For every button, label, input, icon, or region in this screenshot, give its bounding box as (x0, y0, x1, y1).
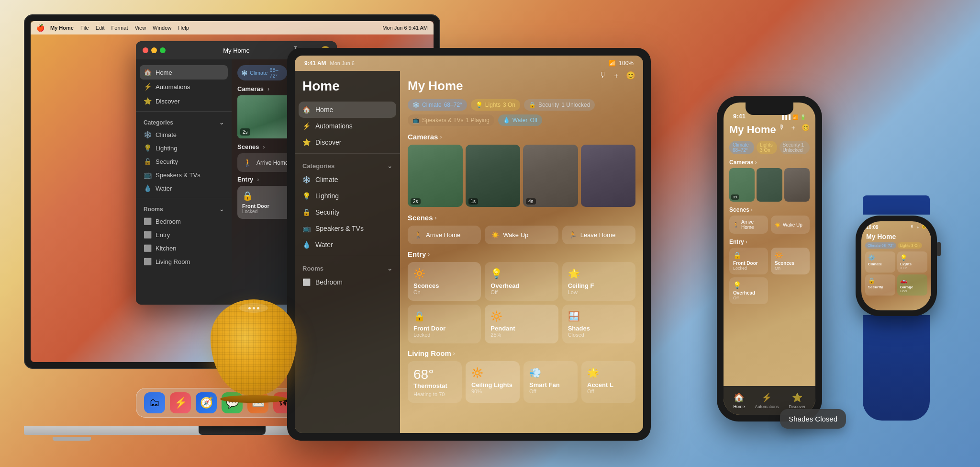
ipad-overhead-card[interactable]: 💡 Overhead Off (485, 262, 558, 301)
dock-finder[interactable]: 🗂 (144, 392, 165, 413)
ipad-sidebar-climate[interactable]: ❄️ Climate (295, 171, 400, 188)
iphone-siri-icon[interactable]: 🎙 (779, 124, 785, 132)
sidebar-item-kitchen[interactable]: ⬜ Kitchen (136, 241, 232, 255)
watch-card-lights[interactable]: 💡 Lights 3 On (897, 251, 927, 273)
ipad-sidebar-bedroom[interactable]: ⬜ Bedroom (295, 274, 400, 290)
watch-lights-chip[interactable]: Lights 3 On (898, 242, 922, 249)
iph-lights-chip[interactable]: Lights 3 On (757, 141, 777, 154)
menu-format[interactable]: Format (111, 25, 128, 31)
ipad-thermostat-card[interactable]: 68° Thermostat Heating to 70 (408, 361, 462, 403)
menu-file[interactable]: File (80, 25, 89, 31)
menu-window[interactable]: Window (153, 25, 171, 31)
ipad-wake-up-btn[interactable]: ☀️ Wake Up (485, 226, 558, 244)
ipad-sidebar-speakers[interactable]: 📺 Speakers & TVs (295, 220, 400, 237)
iph-camera-3[interactable] (784, 168, 810, 202)
sidebar-item-lighting[interactable]: 💡 Lighting (136, 141, 232, 155)
sidebar-item-home[interactable]: 🏠 Home (140, 65, 228, 80)
climate-chip[interactable]: ❄️ Climate 68–72° (237, 65, 287, 80)
ipad-camera-2[interactable]: 1s (466, 145, 521, 207)
sidebar-item-speakers[interactable]: 📺 Speakers & TVs (136, 168, 232, 182)
sidebar-item-climate[interactable]: ❄️ Climate (136, 128, 232, 141)
ipad-speakers-chip[interactable]: 📺 Speakers & TVs 1 Playing (408, 114, 494, 126)
iph-climate-chip[interactable]: Climate 68–72° (729, 141, 754, 154)
ipad-share-icon[interactable]: 😊 (626, 71, 635, 81)
iph-sconces-icon: 🔆 (775, 251, 806, 259)
iph-camera-1[interactable]: 3s (729, 168, 755, 202)
ipad-pendant-card[interactable]: 🔆 Pendant 25% (485, 305, 558, 343)
iph-tab-discover[interactable]: ⭐ Discover (789, 392, 805, 409)
watch-card-climate-icon: ⚙️ (868, 254, 892, 261)
iphone-share-icon[interactable]: 😊 (802, 124, 810, 132)
ipad-sidebar-security[interactable]: 🔒 Security (295, 204, 400, 220)
ipad-sidebar-lighting[interactable]: 💡 Lighting (295, 188, 400, 204)
ipad-sidebar-automations[interactable]: ⚡ Automations (295, 118, 400, 134)
ipad-ceiling-lights-card[interactable]: 🔆 Ceiling Lights 90% (466, 361, 520, 403)
ipad-app-header: Home (295, 79, 400, 102)
sidebar-item-water[interactable]: 💧 Water (136, 182, 232, 195)
iphone-device-grid: 🔒 Front Door Locked 🔆 Sconces On 💡 Overh… (729, 248, 810, 304)
sidebar-item-entry[interactable]: ⬜ Entry (136, 228, 232, 241)
ipad-camera-1[interactable]: 2s (408, 145, 463, 207)
watch-card-climate[interactable]: ⚙️ Climate (865, 251, 895, 273)
ipad-camera-3[interactable]: 4s (523, 145, 578, 207)
sidebar-item-security[interactable]: 🔒 Security (136, 155, 232, 168)
ipad-add-icon[interactable]: ＋ (612, 71, 620, 81)
sidebar-item-discover[interactable]: ⭐ Discover (136, 94, 232, 108)
ipad-camera-4[interactable] (581, 145, 636, 207)
ipad-sidebar-water[interactable]: 💧 Water (295, 237, 400, 253)
watch-card-garage[interactable]: 🚗 Garage Door (897, 274, 927, 296)
ipad-front-door-card[interactable]: 🔒 Front Door Locked (408, 305, 481, 343)
menu-help[interactable]: Help (178, 25, 189, 31)
iph-arrive-home-btn[interactable]: 🚶 Arrive Home (729, 216, 768, 234)
watch-climate-chip[interactable]: Climate 68–72° (865, 242, 896, 249)
sidebar-item-automations[interactable]: ⚡ Automations (136, 80, 232, 94)
iph-wake-up-btn[interactable]: ☀️ Wake Up (771, 216, 810, 234)
ipad-sidebar-home[interactable]: 🏠 Home (299, 102, 396, 118)
iphone-add-icon[interactable]: ＋ (790, 124, 797, 132)
minimize-button[interactable] (151, 47, 157, 53)
apple-menu-icon[interactable]: 🍎 (36, 24, 45, 32)
ipad-arrive-home-btn[interactable]: 🚶 Arrive Home (408, 226, 481, 244)
ipad-ceiling-card[interactable]: 🌟 Ceiling F Low (562, 262, 635, 301)
menu-app-name[interactable]: My Home (50, 25, 74, 31)
menu-edit[interactable]: Edit (96, 25, 105, 31)
watch-share-icon[interactable]: 😊 (922, 225, 926, 230)
ipad-discover-label: Discover (315, 138, 341, 146)
ipad-sconces-card[interactable]: 🔆 Sconces On (408, 262, 481, 301)
ipad-sidebar-discover[interactable]: ⭐ Discover (295, 134, 400, 150)
ipad-water-icon: 💧 (302, 241, 311, 249)
ipad-water-chip[interactable]: 💧 Water Off (498, 114, 542, 126)
ipad-chips: ❄️ Climate 68–72° 💡 Lights 3 On 🔒 Securi… (408, 99, 635, 126)
ipad-shades-card[interactable]: 🪟 Shades Closed (562, 305, 635, 343)
iph-wake-icon: ☀️ (775, 222, 780, 228)
maximize-button[interactable] (160, 47, 166, 53)
ipad-lights-chip[interactable]: 💡 Lights 3 On (471, 99, 520, 111)
dock-launchpad[interactable]: ⚡ (170, 392, 191, 413)
ipad-security-chip[interactable]: 🔒 Security 1 Unlocked (524, 99, 595, 111)
ipad-leave-home-btn[interactable]: 🏃 Leave Home (562, 226, 635, 244)
watch-crown[interactable] (937, 242, 941, 256)
lighting-label: Lighting (156, 145, 178, 152)
iph-overhead-card[interactable]: 💡 Overhead Off (729, 277, 768, 304)
iph-front-door-card[interactable]: 🔒 Front Door Locked (729, 248, 768, 274)
watch-siri-icon[interactable]: 🎙 (910, 225, 914, 230)
watch-add-icon[interactable]: ＋ (916, 225, 920, 230)
sidebar-item-bedroom[interactable]: ⬜ Bedroom (136, 215, 232, 228)
iph-camera-2[interactable] (757, 168, 782, 202)
menu-view[interactable]: View (134, 25, 146, 31)
ipad-smart-fan-card[interactable]: 💨 Smart Fan Off (523, 361, 578, 403)
entry-arrow: › (428, 251, 430, 258)
close-button[interactable] (143, 47, 148, 53)
iph-sconces-card[interactable]: 🔆 Sconces On (771, 248, 810, 274)
iph-tab-automations[interactable]: ⚡ Automations (755, 392, 779, 409)
ceiling-lights-status: 90% (471, 388, 514, 394)
iph-security-chip[interactable]: Security 1 Unlocked (780, 141, 810, 154)
sidebar-item-living-room[interactable]: ⬜ Living Room (136, 255, 232, 268)
iph-sconces-name: Sconces (775, 261, 806, 266)
homepod-body (211, 299, 297, 395)
ipad-accent-card[interactable]: 🌟 Accent L Off (581, 361, 635, 403)
watch-card-security[interactable]: 🔒 Security (865, 274, 895, 296)
iph-tab-home[interactable]: 🏠 Home (733, 392, 745, 409)
ipad-siri-icon[interactable]: 🎙 (599, 71, 607, 81)
ipad-climate-chip[interactable]: ❄️ Climate 68–72° (408, 99, 467, 111)
